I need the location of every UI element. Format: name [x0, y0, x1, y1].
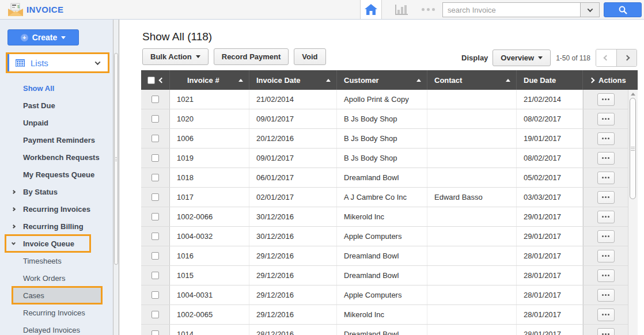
row-checkbox[interactable]	[151, 330, 159, 335]
cell-customer: Apple Computers	[337, 285, 427, 304]
cell-customer: Apple Computers	[337, 227, 427, 246]
page-title: Show All (118)	[142, 31, 212, 43]
row-checkbox[interactable]	[151, 252, 159, 260]
row-actions-button[interactable]	[597, 289, 615, 302]
row-checkbox[interactable]	[151, 115, 159, 123]
sidebar-item-work-orders[interactable]: Work Orders	[0, 269, 113, 287]
pagination-range: 1-50 of 118	[556, 54, 590, 62]
row-actions-button[interactable]	[597, 172, 615, 184]
home-button[interactable]	[360, 0, 382, 19]
row-actions-button[interactable]	[597, 211, 615, 223]
search-scope-dropdown[interactable]	[580, 2, 600, 17]
sidebar-item-by-status[interactable]: By Status	[0, 183, 113, 200]
row-actions-button[interactable]	[597, 191, 615, 204]
sidebar-item-workbench-requests[interactable]: Workbench Requests	[0, 149, 113, 166]
sidebar-item-recurring-invoices[interactable]: Recurring Invoices	[0, 304, 113, 321]
row-checkbox[interactable]	[151, 174, 159, 181]
sidebar-item-cases[interactable]: Cases	[0, 287, 113, 304]
table-row[interactable]: 1002-006529/12/2016Mikerold Inc28/01/201…	[141, 305, 628, 325]
display-view-dropdown[interactable]: Overview	[493, 50, 551, 66]
table-row[interactable]: 101529/12/2016Dreamland Bowl28/01/2017	[141, 266, 628, 285]
row-checkbox[interactable]	[151, 96, 159, 103]
row-actions-button[interactable]	[597, 93, 615, 106]
table-row[interactable]: 101702/01/2017A J Cambre Co IncEdward Ba…	[141, 188, 628, 207]
sidebar-item-recurring-billing[interactable]: Recurring Billing	[0, 218, 113, 235]
sidebar-item-delayed-invoices[interactable]: Delayed Invoices	[0, 321, 113, 335]
sidebar-item-unpaid[interactable]: Unpaid	[0, 114, 113, 131]
sidebar-item-invoice-queue[interactable]: Invoice Queue	[0, 235, 113, 252]
table-row[interactable]: 1002-006630/12/2016Mikerold Inc29/01/201…	[141, 207, 628, 227]
row-actions-button[interactable]	[597, 230, 615, 243]
sidebar-item-timesheets[interactable]: Timesheets	[0, 252, 113, 269]
bulk-action-button[interactable]: Bulk Action	[142, 48, 209, 65]
cell-due-date: 29/01/2017	[517, 227, 583, 246]
row-actions-button[interactable]	[597, 269, 615, 282]
table-row[interactable]: 102121/02/2014Apollo Print & Copy21/02/2…	[141, 90, 628, 109]
row-checkbox[interactable]	[151, 233, 159, 240]
chevron-right-icon[interactable]	[589, 77, 595, 83]
row-checkbox[interactable]	[151, 291, 159, 299]
sidebar-item-past-due[interactable]: Past Due	[0, 97, 113, 114]
row-checkbox[interactable]	[151, 213, 159, 220]
column-header-invoice-date[interactable]: Invoice Date	[249, 70, 337, 90]
chevron-left-icon[interactable]	[158, 77, 164, 83]
row-actions-button[interactable]	[597, 152, 615, 165]
row-select-cell	[141, 246, 170, 265]
table-row[interactable]: 100620/12/2016B Js Body Shop19/01/2017	[141, 129, 628, 149]
record-payment-button[interactable]: Record Payment	[214, 48, 289, 65]
row-actions-button[interactable]	[597, 328, 615, 335]
sidebar-item-payment-reminders[interactable]: Payment Reminders	[0, 131, 113, 149]
sidebar-scrollbar-thumb[interactable]	[114, 53, 118, 265]
cell-due-date: 21/02/2014	[517, 90, 583, 109]
sidebar-item-label: Recurring Invoices	[23, 309, 85, 317]
column-header-invoice[interactable]: Invoice #	[170, 70, 249, 90]
select-all-checkbox[interactable]	[147, 77, 155, 84]
search-input[interactable]	[442, 2, 580, 17]
record-payment-label: Record Payment	[222, 52, 281, 61]
bar-chart-icon[interactable]	[395, 5, 408, 15]
row-actions-button[interactable]	[597, 132, 615, 145]
row-actions-button[interactable]	[597, 250, 615, 262]
table-scrollbar-thumb[interactable]	[630, 98, 636, 199]
table-row[interactable]: 101909/01/2017B Js Body Shop08/02/2017	[141, 149, 628, 168]
sidebar-scrollbar[interactable]	[113, 20, 119, 335]
table-row[interactable]: 101629/12/2016Dreamland Bowl28/01/2017	[141, 246, 628, 266]
table-row[interactable]: 102009/01/2017B Js Body Shop08/02/2017	[141, 109, 628, 129]
row-checkbox[interactable]	[151, 135, 159, 142]
column-header-contact[interactable]: Contact	[427, 70, 517, 90]
table-row[interactable]: 101428/12/2016Dreamland Bowl28/01/2017	[141, 325, 628, 335]
row-select-cell	[141, 266, 170, 285]
cell-contact	[427, 129, 517, 148]
column-header-customer[interactable]: Customer	[337, 70, 427, 90]
sidebar-item-label: Past Due	[23, 101, 55, 110]
row-checkbox[interactable]	[151, 272, 159, 279]
table-scrollbar[interactable]	[628, 90, 638, 335]
sidebar-item-show-all[interactable]: Show All	[0, 79, 113, 97]
void-button[interactable]: Void	[294, 48, 325, 65]
row-actions-button[interactable]	[597, 113, 615, 125]
next-page-button[interactable]	[616, 50, 637, 66]
chevron-right-icon	[12, 189, 16, 193]
lists-dropdown[interactable]: Lists	[6, 52, 109, 73]
row-checkbox[interactable]	[151, 193, 159, 201]
table-row[interactable]: 1004-003129/12/2016Apple Computers28/01/…	[141, 285, 628, 305]
scroll-up-arrow-icon[interactable]	[631, 93, 635, 96]
create-button[interactable]: + Create	[7, 29, 79, 45]
previous-page-button[interactable]	[596, 50, 616, 66]
caret-down-icon	[196, 55, 200, 58]
sidebar-item-my-requests-queue[interactable]: My Requests Queue	[0, 166, 113, 183]
row-select-cell	[141, 149, 170, 168]
table-row[interactable]: 101806/01/2017Dreamland Bowl05/02/2017	[141, 168, 628, 188]
toolbar: Bulk Action Record Payment Void	[142, 48, 326, 65]
search-button[interactable]	[604, 2, 642, 17]
column-header-due-date[interactable]: Due Date	[517, 70, 583, 90]
table-row[interactable]: 1004-003230/12/2016Apple Computers29/01/…	[141, 227, 628, 246]
more-options-icon[interactable]	[422, 8, 435, 11]
row-checkbox[interactable]	[151, 311, 159, 318]
cell-customer: B Js Body Shop	[337, 109, 427, 128]
row-actions-button[interactable]	[597, 309, 615, 321]
row-checkbox[interactable]	[151, 154, 159, 162]
plus-icon: +	[21, 34, 28, 41]
sidebar-item-recurring-invoices[interactable]: Recurring Invoices	[0, 200, 113, 218]
cell-customer: Mikerold Inc	[337, 305, 427, 324]
